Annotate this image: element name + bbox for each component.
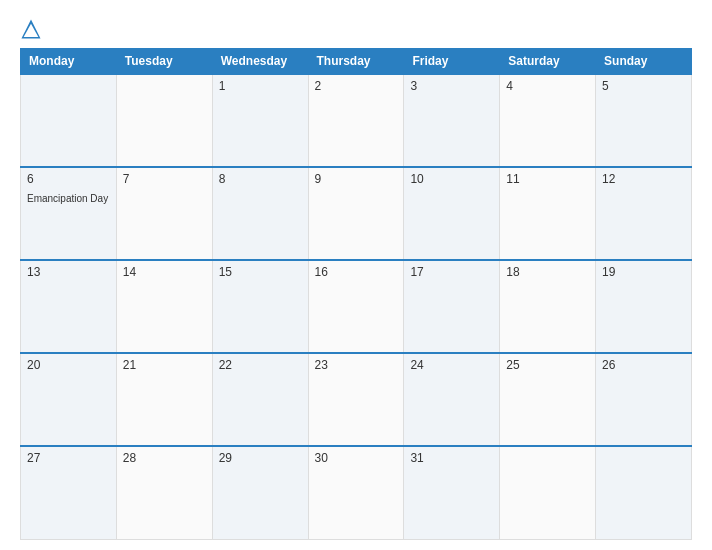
cal-cell: 2	[308, 74, 404, 167]
cal-cell: 19	[596, 260, 692, 353]
cell-date-number: 3	[410, 79, 493, 93]
cell-event: Emancipation Day	[27, 193, 108, 204]
cell-date-number: 18	[506, 265, 589, 279]
cal-cell: 25	[500, 353, 596, 446]
cell-date-number: 31	[410, 451, 493, 465]
cal-cell: 4	[500, 74, 596, 167]
logo	[20, 18, 46, 40]
day-header-sunday: Sunday	[596, 49, 692, 75]
header	[20, 18, 692, 40]
cal-cell: 22	[212, 353, 308, 446]
cal-cell: 1	[212, 74, 308, 167]
cell-date-number: 9	[315, 172, 398, 186]
cal-cell: 31	[404, 446, 500, 539]
cell-date-number: 30	[315, 451, 398, 465]
cal-cell: 27	[21, 446, 117, 539]
cal-cell: 14	[116, 260, 212, 353]
day-header-row: MondayTuesdayWednesdayThursdayFridaySatu…	[21, 49, 692, 75]
cal-cell: 26	[596, 353, 692, 446]
calendar-table: MondayTuesdayWednesdayThursdayFridaySatu…	[20, 48, 692, 540]
cal-cell: 3	[404, 74, 500, 167]
cell-date-number: 14	[123, 265, 206, 279]
page: MondayTuesdayWednesdayThursdayFridaySatu…	[0, 0, 712, 550]
cal-cell: 5	[596, 74, 692, 167]
cell-date-number: 22	[219, 358, 302, 372]
cal-cell: 24	[404, 353, 500, 446]
cal-cell: 10	[404, 167, 500, 260]
day-header-thursday: Thursday	[308, 49, 404, 75]
cal-cell	[500, 446, 596, 539]
cal-cell: 6Emancipation Day	[21, 167, 117, 260]
calendar-body: 123456Emancipation Day789101112131415161…	[21, 74, 692, 540]
cal-cell: 20	[21, 353, 117, 446]
cell-date-number: 7	[123, 172, 206, 186]
cell-date-number: 25	[506, 358, 589, 372]
cal-cell: 28	[116, 446, 212, 539]
cell-date-number: 13	[27, 265, 110, 279]
week-row-4: 20212223242526	[21, 353, 692, 446]
cal-cell: 8	[212, 167, 308, 260]
cal-cell	[596, 446, 692, 539]
cell-date-number: 12	[602, 172, 685, 186]
week-row-3: 13141516171819	[21, 260, 692, 353]
cal-cell: 16	[308, 260, 404, 353]
cal-cell: 23	[308, 353, 404, 446]
cell-date-number: 8	[219, 172, 302, 186]
week-row-5: 2728293031	[21, 446, 692, 539]
week-row-1: 12345	[21, 74, 692, 167]
cell-date-number: 28	[123, 451, 206, 465]
cal-cell: 7	[116, 167, 212, 260]
cell-date-number: 6	[27, 172, 110, 186]
week-row-2: 6Emancipation Day789101112	[21, 167, 692, 260]
cal-cell	[21, 74, 117, 167]
cell-date-number: 5	[602, 79, 685, 93]
cell-date-number: 16	[315, 265, 398, 279]
cell-date-number: 21	[123, 358, 206, 372]
cal-cell: 17	[404, 260, 500, 353]
cell-date-number: 15	[219, 265, 302, 279]
cell-date-number: 29	[219, 451, 302, 465]
cell-date-number: 24	[410, 358, 493, 372]
cal-cell: 21	[116, 353, 212, 446]
cell-date-number: 11	[506, 172, 589, 186]
cell-date-number: 17	[410, 265, 493, 279]
cal-cell: 30	[308, 446, 404, 539]
cal-cell: 15	[212, 260, 308, 353]
cell-date-number: 4	[506, 79, 589, 93]
cal-cell: 11	[500, 167, 596, 260]
cell-date-number: 23	[315, 358, 398, 372]
day-header-wednesday: Wednesday	[212, 49, 308, 75]
generalblue-icon	[20, 18, 42, 40]
cal-cell: 9	[308, 167, 404, 260]
cal-cell: 29	[212, 446, 308, 539]
cell-date-number: 26	[602, 358, 685, 372]
cal-cell	[116, 74, 212, 167]
calendar-header: MondayTuesdayWednesdayThursdayFridaySatu…	[21, 49, 692, 75]
cal-cell: 13	[21, 260, 117, 353]
cell-date-number: 20	[27, 358, 110, 372]
cell-date-number: 10	[410, 172, 493, 186]
day-header-friday: Friday	[404, 49, 500, 75]
day-header-tuesday: Tuesday	[116, 49, 212, 75]
cell-date-number: 27	[27, 451, 110, 465]
cell-date-number: 2	[315, 79, 398, 93]
day-header-monday: Monday	[21, 49, 117, 75]
cal-cell: 18	[500, 260, 596, 353]
cal-cell: 12	[596, 167, 692, 260]
day-header-saturday: Saturday	[500, 49, 596, 75]
cell-date-number: 1	[219, 79, 302, 93]
cell-date-number: 19	[602, 265, 685, 279]
